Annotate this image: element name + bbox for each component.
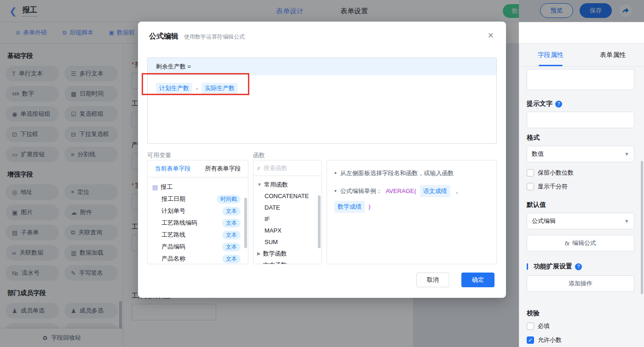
functions-panel: ⌕ ▼常用函数 CONCATENATE DATE IF MAPX SUM ▶数学…: [253, 160, 322, 264]
variables-tabs: 当前表单字段 所有表单字段: [148, 160, 248, 177]
format-label: 格式: [527, 134, 540, 142]
properties-panel: 字段属性 表单属性 提示文字? 格式 数值▼ 保留小数位数 显示千分符 默认值 …: [519, 44, 644, 347]
hint-text-input[interactable]: [527, 112, 634, 128]
example-token-math-score: 数学成绩: [334, 201, 365, 213]
variable-item[interactable]: 产品名称文本: [152, 253, 243, 264]
formula-expression[interactable]: 计划生产数 - 实际生产数: [148, 75, 496, 101]
bullet-icon: •: [334, 187, 337, 196]
tab-current-form-fields[interactable]: 当前表单字段: [148, 165, 198, 173]
close-icon[interactable]: ✕: [488, 31, 494, 40]
thousand-separator-checkbox[interactable]: 显示千分符: [527, 182, 568, 191]
type-badge: 文本: [222, 231, 241, 239]
formula-target: 剩余生产数 =: [148, 58, 496, 75]
hint-text-label: 提示文字?: [527, 100, 562, 108]
checkbox-unchecked[interactable]: [527, 323, 534, 330]
variables-list: ▤报工 报工日期时间戳 计划单号文本 工艺路线编码文本 工艺路线文本 产品编码文…: [148, 177, 248, 264]
modal-backdrop-top: [0, 0, 644, 22]
functions-label: 函数: [253, 151, 265, 159]
functions-tree: ▼常用函数 CONCATENATE DATE IF MAPX SUM ▶数学函数…: [253, 176, 322, 264]
add-action-button[interactable]: 添加操作: [527, 275, 634, 292]
example-token-chinese-score: 语文成绩: [420, 185, 450, 197]
modal-header: 公式编辑 使用数学运算符编辑公式: [138, 22, 506, 41]
type-badge: 文本: [222, 219, 241, 228]
function-item[interactable]: IF: [257, 213, 322, 225]
variables-scrollbar[interactable]: [244, 198, 247, 248]
function-group-math[interactable]: ▶数学函数: [257, 248, 322, 259]
search-icon: ⌕: [257, 164, 261, 172]
tip-example-line: • 公式编辑举例： AVERAGE( 语文成绩 ， 数学成绩 ): [334, 185, 489, 213]
variable-item[interactable]: 计划单号文本: [152, 205, 243, 217]
formula-token-planned[interactable]: 计划生产数: [156, 83, 192, 94]
formula-editor-area[interactable]: 剩余生产数 = 计划生产数 - 实际生产数: [147, 57, 497, 144]
tip-line: •从左侧面板选择字段名和函数，或输入函数: [334, 169, 489, 178]
type-badge: 时间戳: [217, 195, 241, 204]
variables-root-node[interactable]: ▤报工: [152, 181, 243, 193]
validation-label: 校验: [527, 309, 540, 318]
chevron-right-icon: ▶: [257, 251, 261, 256]
variable-item[interactable]: 工艺路线编码文本: [152, 217, 243, 229]
modal-footer: 取消 确定: [416, 273, 494, 287]
extension-settings-label: 功能扩展设置?: [527, 262, 582, 271]
cancel-button[interactable]: 取消: [416, 273, 449, 287]
variables-panel: 当前表单字段 所有表单字段 ▤报工 报工日期时间戳 计划单号文本 工艺路线编码文…: [147, 160, 248, 264]
help-icon[interactable]: ?: [555, 101, 562, 108]
properties-tabs: 字段属性 表单属性: [519, 44, 644, 67]
function-item[interactable]: DATE: [257, 202, 322, 213]
function-group-text[interactable]: ▶文本函数: [257, 259, 322, 264]
fx-icon: fx: [565, 240, 569, 247]
document-icon: ▤: [152, 184, 158, 191]
variables-label: 可用变量: [147, 151, 171, 159]
format-select[interactable]: 数值▼: [527, 146, 634, 162]
function-group-common[interactable]: ▼常用函数: [257, 179, 322, 190]
keep-decimal-checkbox[interactable]: 保留小数位数: [527, 169, 574, 177]
panel-scrollbar[interactable]: [641, 161, 643, 294]
minus-operator: -: [196, 85, 198, 92]
help-icon[interactable]: ?: [575, 263, 582, 270]
chevron-down-icon: ▼: [257, 182, 262, 187]
example-function-close: ): [368, 202, 370, 211]
formula-tips-panel: •从左侧面板选择字段名和函数，或输入函数 • 公式编辑举例： AVERAGE( …: [327, 160, 497, 264]
modal-subtitle: 使用数学运算符编辑公式: [184, 33, 245, 41]
function-item[interactable]: MAPX: [257, 225, 322, 236]
chevron-right-icon: ▶: [257, 262, 261, 264]
confirm-button[interactable]: 确定: [461, 273, 494, 287]
accent-bar: [527, 263, 528, 270]
app-root: ❮ 报工 表单设计 表单设置 数据管理 ? 检 ⊘表单外链 ⧉后端脚本 ▣数据权…: [0, 0, 644, 347]
tab-field-properties[interactable]: 字段属性: [519, 44, 582, 66]
tab-form-properties[interactable]: 表单属性: [582, 44, 644, 66]
allow-decimal-checkbox[interactable]: ✓允许小数: [527, 336, 562, 344]
function-search-input[interactable]: [264, 165, 310, 171]
example-function-open: AVERAGE(: [386, 187, 416, 196]
variable-item[interactable]: 产品编码文本: [152, 241, 243, 253]
chevron-down-icon: ▼: [624, 151, 629, 157]
chevron-down-icon: ▼: [624, 218, 629, 224]
variable-item[interactable]: 工艺路线文本: [152, 229, 243, 241]
variable-item[interactable]: 报工日期时间戳: [152, 193, 243, 205]
formula-token-actual[interactable]: 实际生产数: [201, 83, 238, 94]
default-value-select[interactable]: 公式编辑▼: [527, 213, 634, 229]
checkbox-unchecked[interactable]: [527, 183, 534, 190]
function-item[interactable]: CONCATENATE: [257, 190, 322, 202]
function-item[interactable]: SUM: [257, 236, 322, 248]
type-badge: 文本: [222, 207, 241, 216]
default-value-label: 默认值: [527, 201, 546, 209]
type-badge: 文本: [222, 255, 241, 263]
type-badge: 文本: [222, 243, 241, 251]
tab-all-form-fields[interactable]: 所有表单字段: [198, 165, 248, 173]
edit-formula-button[interactable]: fx编辑公式: [527, 235, 634, 251]
required-checkbox[interactable]: 必填: [527, 322, 550, 330]
description-textarea[interactable]: [527, 69, 634, 90]
bullet-icon: •: [334, 169, 337, 178]
formula-editor-modal: 公式编辑 使用数学运算符编辑公式 ✕ 剩余生产数 = 计划生产数 - 实际生产数…: [138, 22, 506, 298]
checkbox-unchecked[interactable]: [527, 169, 534, 176]
functions-scrollbar[interactable]: [318, 195, 321, 248]
modal-title: 公式编辑: [149, 32, 178, 41]
function-search[interactable]: ⌕: [253, 160, 322, 176]
checkbox-checked[interactable]: ✓: [527, 336, 534, 344]
